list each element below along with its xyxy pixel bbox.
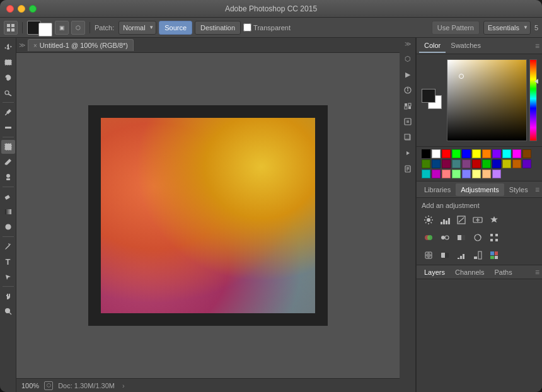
eyedropper-tool[interactable] <box>1 105 15 119</box>
swatch-item[interactable] <box>442 170 451 178</box>
swatch-item[interactable] <box>452 170 461 178</box>
swatch-item[interactable] <box>452 159 461 168</box>
hand-tool[interactable] <box>1 289 15 303</box>
color-gradient-box[interactable] <box>447 59 527 141</box>
bg-color-icon[interactable] <box>38 23 52 37</box>
canvas-container[interactable] <box>16 53 400 378</box>
tool-extra-icon[interactable]: ⬡ <box>71 21 85 35</box>
swatch-item[interactable] <box>462 170 471 178</box>
blur-tool[interactable] <box>1 220 15 234</box>
panels-toggle[interactable]: ≫ <box>19 42 26 49</box>
selective-color-adj-icon[interactable] <box>487 248 501 262</box>
info-icon[interactable] <box>401 83 415 97</box>
photo-filter-adj-icon[interactable] <box>471 231 485 245</box>
eraser-tool[interactable] <box>1 190 15 204</box>
swatch-item[interactable] <box>512 149 521 158</box>
stamp-tool[interactable] <box>1 170 15 184</box>
transform-icon[interactable]: ⬡ <box>401 52 415 66</box>
swatch-item[interactable] <box>522 149 531 158</box>
swatch-item[interactable] <box>432 170 441 178</box>
tab-libraries[interactable]: Libraries <box>419 183 456 196</box>
export-icon[interactable]: ⬡ <box>44 381 53 390</box>
swatch-item[interactable] <box>442 149 451 158</box>
swatch-item[interactable] <box>492 159 501 168</box>
swatch-item[interactable] <box>482 170 491 178</box>
use-pattern-button[interactable]: Use Pattern <box>432 21 480 35</box>
tab-swatches[interactable]: Swatches <box>446 39 486 53</box>
play-icon[interactable]: ▶ <box>401 67 415 81</box>
source-button[interactable]: Source <box>159 21 192 35</box>
swatch-item[interactable] <box>502 159 511 168</box>
posterize-adj-icon[interactable] <box>454 248 468 262</box>
foreground-color-swatch[interactable] <box>422 89 435 103</box>
patch-tool[interactable] <box>1 140 15 154</box>
3d-icon[interactable] <box>401 130 415 144</box>
swatch-item[interactable] <box>472 170 481 178</box>
marquee-tool[interactable] <box>1 55 15 69</box>
gradient-tool[interactable] <box>1 205 15 219</box>
transparent-checkbox[interactable] <box>243 23 251 32</box>
hue-bar[interactable] <box>529 59 537 141</box>
type-tool[interactable]: T <box>1 255 15 268</box>
swatch-item[interactable] <box>472 149 481 158</box>
invert-adj-icon[interactable] <box>438 248 452 262</box>
exposure-adj-icon[interactable] <box>471 213 485 227</box>
swatch-item[interactable] <box>482 149 491 158</box>
levels-adj-icon[interactable] <box>438 213 452 227</box>
tab-close-icon[interactable]: × <box>33 42 37 49</box>
tools-icon[interactable] <box>4 21 18 35</box>
swatch-item[interactable] <box>502 149 511 158</box>
swatch-item[interactable] <box>512 159 521 168</box>
swatch-item[interactable] <box>422 170 430 178</box>
quick-select-tool[interactable] <box>1 86 15 100</box>
close-button[interactable] <box>6 5 14 13</box>
swatch-item[interactable] <box>452 149 461 158</box>
strip-collapse[interactable]: ≫ <box>405 40 411 47</box>
timeline-icon[interactable] <box>401 146 415 160</box>
tab-channels[interactable]: Channels <box>450 267 489 277</box>
vibrance-adj-icon[interactable] <box>487 213 501 227</box>
tab-color[interactable]: Color <box>419 39 446 53</box>
swatch-item[interactable] <box>442 159 451 168</box>
swatch-item[interactable] <box>492 170 501 178</box>
document-tab[interactable]: × Untitled-1 @ 100% (RGB/8*) <box>28 39 134 51</box>
brush-tool[interactable] <box>1 155 15 169</box>
status-arrow[interactable]: › <box>122 382 125 389</box>
essentials-select[interactable]: Essentials <box>483 21 531 35</box>
destination-button[interactable]: Destination <box>195 21 241 35</box>
color-lookup-adj-icon[interactable] <box>422 248 435 262</box>
tab-styles[interactable]: Styles <box>504 183 533 196</box>
notes-icon[interactable] <box>401 162 415 176</box>
swatch-item[interactable] <box>462 149 471 158</box>
swatch-item[interactable] <box>472 159 481 168</box>
color-range-icon[interactable] <box>401 99 415 113</box>
color-balance-adj-icon[interactable] <box>438 231 452 245</box>
swatch-item[interactable] <box>432 159 441 168</box>
ruler-tool[interactable] <box>1 120 15 134</box>
maximize-button[interactable] <box>29 5 37 13</box>
swatch-item[interactable] <box>432 149 441 158</box>
pen-tool[interactable] <box>1 239 15 253</box>
tab-paths[interactable]: Paths <box>490 267 517 277</box>
tab-adjustments[interactable]: Adjustments <box>456 183 504 196</box>
transparent-checkbox-wrapper[interactable]: Transparent <box>243 23 291 32</box>
swatch-item[interactable] <box>482 159 491 168</box>
path-selection-tool[interactable] <box>1 270 15 284</box>
tab-layers[interactable]: Layers <box>419 267 450 277</box>
move-tool[interactable] <box>1 40 15 54</box>
layers-menu-icon[interactable]: ≡ <box>535 268 539 277</box>
curves-adj-icon[interactable] <box>454 213 468 227</box>
patch-mode-select[interactable]: Normal <box>118 21 156 35</box>
adj-panel-menu[interactable]: ≡ <box>535 185 539 194</box>
black-white-adj-icon[interactable] <box>454 231 468 245</box>
zoom-tool[interactable] <box>1 304 15 318</box>
properties-icon[interactable] <box>401 115 415 129</box>
color-panel-menu-icon[interactable]: ≡ <box>535 42 539 50</box>
hue-sat-adj-icon[interactable] <box>422 231 435 245</box>
swatch-item[interactable] <box>422 149 430 158</box>
lasso-tool[interactable] <box>1 71 15 84</box>
swatch-item[interactable] <box>462 159 471 168</box>
swatch-item[interactable] <box>522 159 531 168</box>
channel-mixer-adj-icon[interactable] <box>487 231 501 245</box>
swatch-item[interactable] <box>492 149 501 158</box>
